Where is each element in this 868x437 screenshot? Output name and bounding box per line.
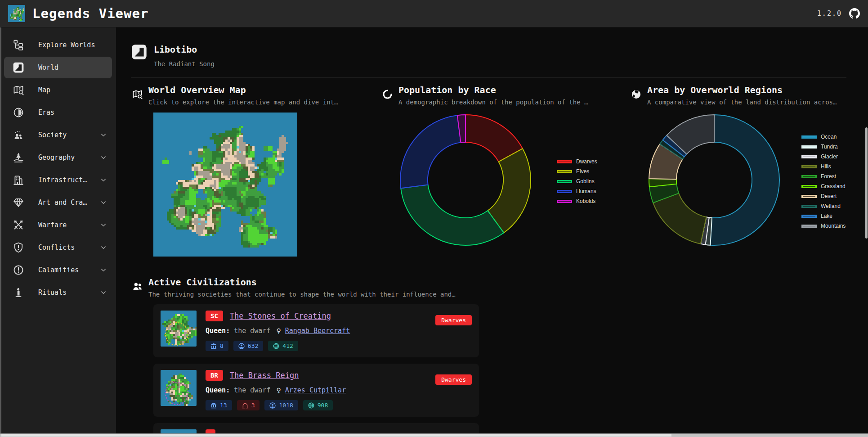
sidebar-item-calamities[interactable]: Calamities — [4, 259, 112, 281]
sidebar-item-label: Map — [38, 86, 50, 94]
legend-label: Grassland — [821, 183, 846, 189]
legend-label: Dwarves — [576, 158, 597, 165]
legend-item[interactable]: Wetland — [801, 201, 846, 211]
legend-item[interactable]: Grassland — [801, 181, 846, 191]
app-window: Legends Viewer 1.2.0 Explore WorldsWorld… — [0, 0, 868, 437]
civ-name-link[interactable]: The Stones of Creating — [230, 311, 331, 320]
legend-item[interactable]: Ocean — [801, 132, 846, 142]
ruler-title-label: Queen: — [206, 386, 230, 394]
population-icon — [238, 343, 245, 349]
civ-initials-badge: BR — [206, 370, 223, 381]
civilization-card: BRThe Brass ReignQueen:the dwarf♀Arzes C… — [153, 364, 479, 417]
sidebar-item-warfare[interactable]: Warfare — [4, 214, 112, 236]
sidebar-item-explore-worlds[interactable]: Explore Worlds — [4, 34, 112, 56]
sidebar-item-map[interactable]: Map — [4, 79, 112, 101]
legend-item[interactable]: Tundra — [801, 142, 846, 152]
sidebar-item-society[interactable]: Society — [4, 124, 112, 146]
people-group-icon — [132, 281, 143, 292]
legend-item[interactable]: Kobolds — [557, 196, 597, 206]
chevron-down-icon — [99, 198, 107, 207]
legend-label: Goblins — [576, 178, 595, 185]
sidebar-item-label: Society — [38, 131, 67, 139]
geography-icon — [13, 152, 24, 163]
map-search-icon — [13, 84, 24, 96]
civ-stat-ruins: 3 — [237, 400, 260, 410]
infrastructure-icon — [13, 174, 24, 186]
conflicts-icon — [13, 242, 24, 253]
ruler-name-link[interactable]: Arzes Cutpillar — [285, 386, 346, 394]
section-title: Active Civilizations — [148, 277, 617, 288]
civ-stat-population: 1018 — [264, 400, 298, 410]
legend-swatch — [801, 155, 817, 158]
population-icon — [269, 402, 276, 409]
civilization-map-thumbnail[interactable] — [161, 311, 197, 347]
legend-label: Forest — [821, 173, 836, 180]
section-title: World Overview Map — [148, 85, 377, 95]
legend-label: Lake — [821, 213, 832, 219]
legend-item[interactable]: Elves — [557, 167, 597, 176]
github-icon[interactable] — [849, 8, 860, 19]
civ-name-link[interactable]: The Brass Reign — [230, 371, 299, 380]
explore-hierarchy-icon — [13, 39, 24, 51]
world-subtitle: The Radiant Song — [154, 60, 215, 68]
legend-swatch — [801, 145, 817, 149]
sidebar-item-infrastruct[interactable]: Infrastruct… — [4, 169, 112, 191]
section-subtitle: A comparative view of the land distribut… — [647, 99, 863, 106]
legend-item[interactable]: Hills — [801, 162, 846, 171]
legend-item[interactable]: Dwarves — [557, 157, 597, 167]
sidebar-item-eras[interactable]: Eras — [4, 102, 112, 123]
legend-swatch — [801, 225, 817, 228]
legend-item[interactable]: Forest — [801, 171, 846, 181]
section-subtitle: Click to explore the interactive map and… — [148, 99, 364, 106]
sidebar-item-label: Calamities — [38, 266, 79, 274]
sidebar-item-world[interactable]: World — [4, 57, 112, 78]
legend-swatch — [801, 165, 817, 168]
legend-label: Tundra — [821, 144, 838, 150]
civ-stat-world-population: 908 — [303, 400, 333, 410]
legend-swatch — [801, 215, 817, 218]
legend-item[interactable]: Mountains — [801, 221, 846, 231]
legend-label: Elves — [576, 168, 589, 175]
legend-item[interactable]: Goblins — [557, 176, 597, 186]
globe-icon — [631, 89, 642, 100]
legend-label: Ocean — [821, 134, 837, 140]
area-donut-chart[interactable] — [647, 113, 782, 248]
ruins-icon — [242, 402, 248, 409]
sidebar-item-art-and-cra[interactable]: Art and Cra… — [4, 192, 112, 213]
horizontal-scrollbar-thumb[interactable] — [1, 434, 671, 437]
sidebar-item-conflicts[interactable]: Conflicts — [4, 237, 112, 258]
legend-item[interactable]: Desert — [801, 191, 846, 201]
chevron-down-icon — [99, 176, 107, 184]
app-logo-map-icon — [8, 5, 25, 22]
legend-label: Humans — [576, 188, 596, 194]
sidebar-item-label: Rituals — [38, 288, 67, 297]
sidebar-item-rituals[interactable]: Rituals — [4, 282, 112, 303]
legend-item[interactable]: Lake — [801, 211, 846, 221]
population-donut-chart[interactable] — [398, 113, 533, 248]
chevron-down-icon — [99, 243, 107, 252]
vertical-scrollbar[interactable] — [865, 127, 868, 239]
ruler-name-link[interactable]: Rangab Beercraft — [285, 327, 350, 335]
legend-swatch — [557, 180, 572, 183]
sidebar-item-geography[interactable]: Geography — [4, 147, 112, 168]
app-header: Legends Viewer 1.2.0 — [0, 0, 868, 27]
sidebar-item-label: Explore Worlds — [38, 41, 95, 49]
world-overview-map-image[interactable] — [153, 113, 297, 257]
chevron-down-icon — [99, 288, 107, 297]
legend-item[interactable]: Humans — [557, 186, 597, 196]
civ-stat-sites: 13 — [206, 400, 232, 410]
legend-label: Mountains — [821, 223, 846, 229]
horizontal-scrollbar[interactable] — [0, 433, 868, 437]
legend-swatch — [801, 205, 817, 208]
window-left-border — [0, 27, 1, 433]
world-map-icon — [131, 44, 148, 60]
legend-item[interactable]: Glacier — [801, 152, 846, 162]
section-subtitle: The thriving societies that continue to … — [148, 291, 553, 298]
section-area-by-regions: Area by Overworld Regions A comparative … — [630, 85, 868, 106]
ruler-race-label: the dwarf — [234, 386, 270, 394]
legend-label: Hills — [821, 163, 831, 170]
section-world-overview-map: World Overview Map Click to explore the … — [131, 85, 377, 106]
chevron-down-icon — [99, 153, 107, 162]
civ-initials-badge: SC — [206, 311, 223, 321]
civilization-map-thumbnail[interactable] — [161, 370, 197, 406]
